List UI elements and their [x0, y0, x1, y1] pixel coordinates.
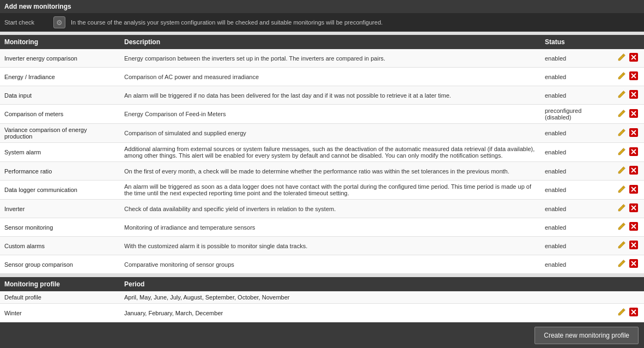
monitoring-description: Comparative monitoring of sensor groups [120, 255, 540, 274]
delete-button[interactable] [628, 202, 639, 215]
monitoring-status: enabled [540, 237, 611, 255]
monitoring-row: Variance comparison of energy production… [0, 124, 644, 143]
monitoring-status: enabled [540, 124, 611, 143]
monitoring-row: Data inputAn alarm will be triggered if … [0, 86, 644, 105]
monitoring-name: Data logger communication [0, 181, 120, 200]
edit-button[interactable] [616, 89, 627, 101]
delete-button[interactable] [628, 146, 639, 159]
monitoring-name: Sensor group comparison [0, 255, 120, 274]
profile-row: Default profileApril, May, June, July, A… [0, 291, 644, 304]
profile-period: January, February, March, December [120, 304, 611, 322]
delete-button[interactable] [628, 239, 639, 252]
start-check-label: Start check [4, 19, 48, 26]
monitoring-status: enabled [540, 86, 611, 105]
delete-button[interactable] [628, 52, 639, 64]
monitoring-description: Monitoring of irradiance and temperature… [120, 218, 540, 237]
monitoring-status: preconfigured (disabled) [540, 105, 611, 124]
monitoring-description: An alarm will be triggered if no data ha… [120, 86, 540, 105]
monitoring-description: Comparison of simulated and supplied ene… [120, 124, 540, 143]
edit-button[interactable] [616, 70, 627, 83]
edit-button[interactable] [616, 146, 627, 159]
col-status: Status [540, 35, 611, 49]
monitoring-actions [611, 86, 644, 105]
delete-button[interactable] [628, 70, 639, 83]
monitoring-name: Sensor monitoring [0, 218, 120, 237]
monitoring-name: Data input [0, 86, 120, 105]
profile-actions [611, 304, 644, 322]
monitoring-row: InverterCheck of data availability and s… [0, 200, 644, 218]
monitoring-row: Sensor group comparisonComparative monit… [0, 255, 644, 274]
monitoring-name: Custom alarms [0, 237, 120, 255]
monitoring-actions [611, 143, 644, 162]
profile-period: April, May, June, July, August, Septembe… [120, 291, 611, 304]
col-profile-actions [611, 277, 644, 291]
delete-button[interactable] [628, 165, 639, 177]
edit-button[interactable] [616, 108, 627, 121]
monitoring-description: Additional alarming from external source… [120, 143, 540, 162]
monitoring-actions [611, 68, 644, 86]
monitoring-table: Monitoring Description Status Inverter e… [0, 35, 644, 274]
monitoring-actions [611, 49, 644, 68]
profile-row: WinterJanuary, February, March, December [0, 304, 644, 322]
profile-delete-button[interactable] [628, 307, 639, 319]
monitoring-row: Comparison of metersEnergy Comparison of… [0, 105, 644, 124]
monitoring-status: enabled [540, 181, 611, 200]
monitoring-description: Comparison of AC power and measured irra… [120, 68, 540, 86]
monitoring-status: enabled [540, 162, 611, 181]
delete-button[interactable] [628, 221, 639, 233]
edit-button[interactable] [616, 184, 627, 196]
monitoring-status: enabled [540, 49, 611, 68]
col-actions [611, 35, 644, 49]
profile-actions [611, 291, 644, 304]
monitoring-actions [611, 124, 644, 143]
profile-table-header: Monitoring profile Period [0, 277, 644, 291]
monitoring-name: Comparison of meters [0, 105, 120, 124]
monitoring-actions [611, 255, 644, 274]
monitoring-row: Inverter energy comparisonEnergy compari… [0, 49, 644, 68]
monitoring-description: With the customized alarm it is possible… [120, 237, 540, 255]
monitoring-row: Energy / IrradianceComparison of AC powe… [0, 68, 644, 86]
profile-name: Winter [0, 304, 120, 322]
delete-button[interactable] [628, 258, 639, 271]
monitoring-row: Performance ratioOn the first of every m… [0, 162, 644, 181]
bottom-bar: Create new monitoring profile [0, 322, 644, 348]
monitoring-table-header: Monitoring Description Status [0, 35, 644, 49]
monitoring-row: System alarmAdditional alarming from ext… [0, 143, 644, 162]
edit-button[interactable] [616, 52, 627, 64]
monitoring-actions [611, 218, 644, 237]
monitoring-description: Check of data availability and specific … [120, 200, 540, 218]
monitoring-actions [611, 200, 644, 218]
edit-button[interactable] [616, 202, 627, 215]
monitoring-description: Energy comparison between the inverters … [120, 49, 540, 68]
delete-button[interactable] [628, 184, 639, 196]
monitoring-row: Custom alarmsWith the customized alarm i… [0, 237, 644, 255]
col-profile: Monitoring profile [0, 277, 120, 291]
profile-edit-button[interactable] [616, 307, 627, 319]
monitoring-name: Performance ratio [0, 162, 120, 181]
monitoring-description: On the first of every month, a check wil… [120, 162, 540, 181]
monitoring-name: Inverter [0, 200, 120, 218]
monitoring-actions [611, 105, 644, 124]
delete-button[interactable] [628, 127, 639, 140]
monitoring-status: enabled [540, 143, 611, 162]
col-monitoring: Monitoring [0, 35, 120, 49]
monitoring-name: System alarm [0, 143, 120, 162]
monitoring-description: Energy Comparison of Feed-in Meters [120, 105, 540, 124]
edit-button[interactable] [616, 127, 627, 140]
monitoring-status: enabled [540, 200, 611, 218]
page-title: Add new monitorings [0, 0, 644, 13]
col-period: Period [120, 277, 611, 291]
monitoring-actions [611, 237, 644, 255]
create-monitoring-profile-button[interactable]: Create new monitoring profile [534, 327, 639, 344]
monitoring-row: Sensor monitoringMonitoring of irradianc… [0, 218, 644, 237]
edit-button[interactable] [616, 221, 627, 233]
profile-table: Monitoring profile Period Default profil… [0, 277, 644, 322]
monitoring-status: enabled [540, 218, 611, 237]
monitoring-row: Data logger communicationAn alarm will b… [0, 181, 644, 200]
gear-icon[interactable]: ⚙ [53, 16, 65, 28]
edit-button[interactable] [616, 258, 627, 271]
edit-button[interactable] [616, 239, 627, 252]
delete-button[interactable] [628, 89, 639, 101]
delete-button[interactable] [628, 108, 639, 121]
edit-button[interactable] [616, 165, 627, 177]
